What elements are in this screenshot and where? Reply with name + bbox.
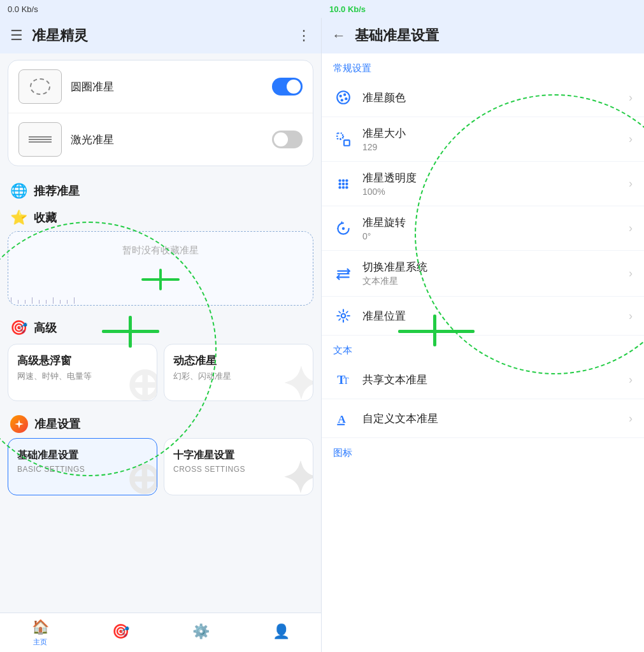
ruler-tick — [25, 300, 25, 304]
crosshair-switch-text: 切换准星系统 文本准星 — [362, 260, 620, 287]
svg-rect-6 — [344, 140, 350, 146]
svg-text:T: T — [343, 376, 349, 386]
profile-icon: 👤 — [273, 623, 290, 640]
bottom-nav: 🏠 主页 🎯 ⚙️ 👤 — [0, 613, 322, 652]
ruler-tick — [60, 300, 61, 304]
cross-settings-sub: CROSS SETTINGS — [173, 465, 304, 474]
position-icon — [333, 306, 354, 326]
crosshair-opacity-value: 100% — [362, 187, 620, 197]
svg-point-1 — [340, 95, 342, 97]
left-content: 圆圈准星 激光准星 — [0, 53, 321, 652]
laser-line — [29, 136, 52, 138]
crosshair-horizontal — [141, 278, 180, 281]
laser-crosshair-card[interactable]: 激光准星 — [8, 113, 313, 166]
svg-point-10 — [338, 182, 341, 185]
circle-crosshair-card[interactable]: 圆圈准星 — [8, 60, 313, 113]
crosshair-position-title: 准星位置 — [362, 309, 620, 323]
crosshair-cards: 圆圈准星 激光准星 — [8, 60, 313, 166]
arrow-icon-7: › — [629, 373, 633, 386]
settings-section-label: 准星设置 — [34, 416, 80, 432]
text-a-icon: A — [333, 408, 354, 429]
svg-text:A: A — [338, 413, 346, 425]
advanced-icon: 🎯 — [10, 320, 27, 336]
feature-cards: 高级悬浮窗 网速、时钟、电量等 ⊕ 动态准星 幻彩、闪动准星 ✦ — [0, 341, 321, 406]
favorites-empty-card: 暂时没有收藏准星 — [8, 231, 313, 306]
crosshair-rotate-item[interactable]: 准星旋转 0° › — [322, 206, 644, 251]
arrow-icon: › — [629, 91, 633, 104]
crosshair-size-item[interactable]: 准星大小 129 › — [322, 117, 644, 162]
back-icon[interactable]: ← — [332, 27, 346, 44]
ruler-tick — [18, 300, 18, 304]
ruler-overlay — [8, 287, 313, 305]
svg-point-2 — [343, 94, 346, 96]
custom-text-crosshair-text: 自定义文本准星 — [362, 411, 620, 426]
svg-point-0 — [337, 91, 350, 104]
crosshair-size-text: 准星大小 129 — [362, 126, 620, 152]
text-t-icon: T T — [333, 369, 354, 390]
svg-point-12 — [345, 182, 348, 185]
arrow-icon-3: › — [629, 177, 633, 190]
laser-crosshair-preview — [18, 122, 62, 157]
crosshair-position-item[interactable]: 准星位置 › — [322, 297, 644, 336]
svg-point-13 — [338, 186, 341, 188]
menu-icon[interactable]: ☰ — [10, 27, 23, 44]
basic-settings-card[interactable]: 基础准星设置 BASIC SETTINGS ⊕ — [8, 438, 157, 495]
crosshair-rotate-text: 准星旋转 0° — [362, 215, 620, 241]
crosshair-switch-title: 切换准星系统 — [362, 260, 620, 274]
circle-crosshair-toggle[interactable] — [272, 78, 303, 96]
nav-home[interactable]: 🏠 主页 — [0, 615, 80, 651]
shared-text-crosshair-item[interactable]: T T 共享文本准星 › — [322, 360, 644, 399]
advanced-label: 高级 — [34, 320, 57, 336]
crosshair-opacity-item[interactable]: 准星透明度 100% › — [322, 162, 644, 206]
svg-point-9 — [345, 179, 348, 181]
ruler-tick — [39, 300, 39, 304]
svg-point-15 — [345, 186, 348, 188]
category-general: 常规设置 — [322, 53, 644, 78]
target-icon: 🎯 — [112, 623, 129, 640]
more-icon[interactable]: ⋮ — [297, 27, 311, 44]
shared-text-crosshair-text: 共享文本准星 — [362, 372, 620, 387]
laser-preview — [29, 136, 52, 143]
arrow-icon-6: › — [629, 309, 633, 323]
advanced-section: 🎯 高级 — [0, 311, 321, 341]
ruler-tick — [74, 297, 75, 304]
laser-crosshair-name: 激光准星 — [71, 132, 263, 147]
advanced-float-card[interactable]: 高级悬浮窗 网速、时钟、电量等 ⊕ — [8, 344, 157, 401]
circle-crosshair-preview — [18, 69, 62, 104]
crosshair-color-text: 准星颜色 — [362, 90, 620, 105]
svg-point-7 — [338, 179, 341, 181]
right-header: ← 基础准星设置 — [322, 18, 644, 53]
ruler-tick — [32, 297, 32, 304]
laser-crosshair-toggle[interactable] — [272, 131, 303, 148]
cross-settings-card[interactable]: 十字准星设置 CROSS SETTINGS ✦ — [164, 438, 313, 495]
rotate-icon — [333, 218, 354, 239]
crosshair-opacity-text: 准星透明度 100% — [362, 171, 620, 197]
crosshair-rotate-value: 0° — [362, 231, 620, 241]
svg-point-16 — [342, 227, 345, 229]
toggle-knob-laser — [274, 132, 288, 146]
custom-text-crosshair-item[interactable]: A 自定义文本准星 › — [322, 399, 644, 438]
laser-line-3 — [29, 141, 52, 143]
dynamic-card-sub: 幻彩、闪动准星 — [173, 371, 304, 382]
basic-settings-sub: BASIC SETTINGS — [17, 465, 148, 474]
category-text: 文本 — [322, 336, 644, 360]
ruler-tick — [11, 297, 11, 304]
left-speed: 0.0 Kb/s — [0, 4, 322, 14]
nav-profile[interactable]: 👤 — [241, 620, 322, 646]
fav-empty-text: 暂时没有收藏准星 — [122, 244, 199, 257]
nav-target[interactable]: 🎯 — [80, 620, 161, 646]
home-icon: 🏠 — [32, 619, 49, 635]
ruler-tick — [53, 297, 54, 304]
svg-point-4 — [341, 99, 343, 101]
switch-icon — [333, 264, 354, 284]
nav-settings[interactable]: ⚙️ — [161, 620, 241, 646]
settings-icon-circle — [10, 415, 28, 433]
crosshair-color-item[interactable]: 准星颜色 › — [322, 78, 644, 117]
svg-point-8 — [342, 179, 345, 181]
svg-rect-5 — [337, 133, 343, 139]
settings-cards: 基础准星设置 BASIC SETTINGS ⊕ 十字准星设置 CROSS SET… — [0, 438, 321, 502]
crosshair-switch-item[interactable]: 切换准星系统 文本准星 › — [322, 251, 644, 297]
ruler-tick — [67, 300, 68, 304]
dynamic-crosshair-card[interactable]: 动态准星 幻彩、闪动准星 ✦ — [164, 344, 313, 401]
main-container: ☰ 准星精灵 ⋮ 圆圈准星 — [0, 18, 644, 652]
